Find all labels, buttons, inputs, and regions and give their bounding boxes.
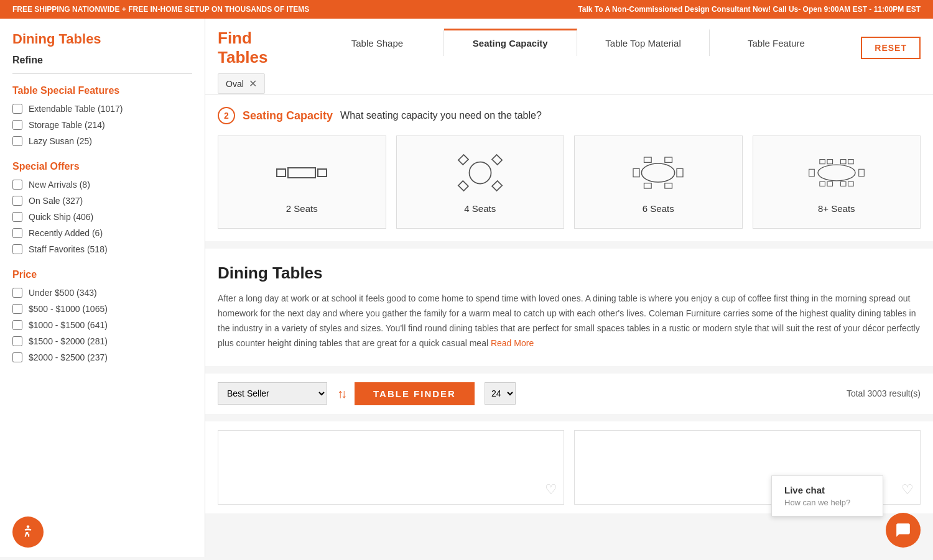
read-more-link[interactable]: Read More [491, 338, 534, 348]
seating-card-6[interactable]: 6 Seats [574, 135, 743, 229]
storage-label: Storage Table (214) [29, 120, 105, 130]
svg-rect-22 [840, 181, 846, 186]
under-500-checkbox[interactable] [12, 288, 22, 298]
find-tables-title: Find Tables [218, 29, 292, 67]
list-item[interactable]: On Sale (327) [12, 196, 192, 206]
list-item[interactable]: $1000 - $1500 (641) [12, 320, 192, 330]
list-item[interactable]: Quick Ship (406) [12, 212, 192, 222]
sidebar-title: Dining Tables [12, 31, 192, 47]
remove-oval-icon[interactable]: ✕ [249, 78, 257, 90]
tab-table-shape[interactable]: Table Shape [311, 29, 444, 56]
oval-filter-pill[interactable]: Oval ✕ [218, 73, 265, 94]
storage-checkbox[interactable] [12, 120, 22, 130]
seating-question: What seating capacity you need on the ta… [340, 110, 542, 121]
staff-favorites-checkbox[interactable] [12, 244, 22, 254]
accessibility-button[interactable] [12, 516, 44, 548]
svg-rect-12 [665, 183, 672, 188]
special-features-section: Table Special Features Extendable Table … [12, 85, 192, 146]
product-card-1[interactable]: ♡ [218, 430, 564, 505]
description-heading: Dining Tables [218, 264, 921, 283]
staff-favorites-label: Staff Favorites (518) [29, 244, 108, 254]
extendable-checkbox[interactable] [12, 104, 22, 114]
svg-rect-20 [820, 181, 825, 186]
lazy-susan-checkbox[interactable] [12, 136, 22, 146]
tab-table-feature[interactable]: Table Feature [710, 29, 842, 56]
svg-point-3 [469, 162, 491, 183]
tab-seating-capacity[interactable]: Seating Capacity [444, 29, 577, 56]
eight-seats-icon [805, 151, 868, 195]
svg-rect-2 [318, 169, 327, 177]
svg-rect-18 [840, 159, 846, 163]
svg-rect-5 [492, 155, 502, 165]
list-item[interactable]: Staff Favorites (518) [12, 244, 192, 254]
under-500-label: Under $500 (343) [29, 288, 97, 298]
sort-select[interactable]: Best Seller Price: Low to High Price: Hi… [218, 382, 327, 405]
product-toolbar: Best Seller Price: Low to High Price: Hi… [205, 374, 933, 414]
svg-rect-1 [277, 169, 285, 177]
top-banner: FREE SHIPPING NATIONWIDE + FREE IN-HOME … [0, 0, 933, 19]
quick-ship-checkbox[interactable] [12, 212, 22, 222]
svg-rect-9 [644, 157, 652, 162]
svg-rect-19 [848, 159, 853, 163]
2000-2500-checkbox[interactable] [12, 352, 22, 362]
lazy-susan-label: Lazy Susan (25) [29, 136, 92, 146]
svg-rect-14 [677, 168, 683, 177]
wishlist-icon-2[interactable]: ♡ [901, 482, 914, 498]
new-arrivals-checkbox[interactable] [12, 180, 22, 190]
seating-header: 2 Seating Capacity What seating capacity… [218, 107, 921, 124]
500-1000-checkbox[interactable] [12, 304, 22, 314]
seating-card-4[interactable]: 4 Seats [396, 135, 565, 229]
svg-rect-11 [644, 183, 652, 188]
quick-ship-label: Quick Ship (406) [29, 212, 93, 222]
svg-point-15 [818, 165, 855, 181]
live-chat-subtitle: How can we help? [784, 498, 870, 507]
chat-icon [895, 522, 911, 538]
list-item[interactable]: Under $500 (343) [12, 288, 192, 298]
seating-card-8plus[interactable]: 8+ Seats [753, 135, 921, 229]
list-item[interactable]: Recently Added (6) [12, 228, 192, 238]
sidebar: Dining Tables Refine Table Special Featu… [0, 19, 205, 557]
svg-rect-16 [820, 159, 825, 163]
wishlist-icon-1[interactable]: ♡ [545, 482, 557, 498]
1000-1500-label: $1000 - $1500 (641) [29, 320, 108, 330]
2seats-label: 2 Seats [286, 203, 318, 214]
1000-1500-checkbox[interactable] [12, 320, 22, 330]
sort-arrows-icon[interactable]: ↑↓ [337, 387, 345, 401]
svg-rect-17 [827, 159, 833, 163]
reset-button[interactable]: RESET [861, 37, 921, 59]
svg-rect-24 [809, 169, 814, 176]
per-page-select[interactable]: 24 48 96 [485, 382, 516, 405]
svg-rect-10 [665, 157, 672, 162]
svg-rect-13 [633, 168, 639, 177]
list-item[interactable]: $2000 - $2500 (237) [12, 352, 192, 362]
extendable-label: Extendable Table (1017) [29, 104, 123, 114]
svg-rect-0 [288, 168, 315, 178]
svg-rect-7 [492, 181, 502, 191]
total-results: Total 3003 result(s) [847, 388, 921, 398]
description-body: After a long day at work or at school it… [218, 291, 921, 351]
on-sale-checkbox[interactable] [12, 196, 22, 206]
list-item[interactable]: $1500 - $2000 (281) [12, 336, 192, 346]
recently-added-checkbox[interactable] [12, 228, 22, 238]
special-features-title: Table Special Features [12, 85, 192, 96]
500-1000-label: $500 - $1000 (1065) [29, 304, 108, 314]
two-seats-icon [271, 151, 333, 195]
2000-2500-label: $2000 - $2500 (237) [29, 352, 108, 362]
live-chat-title: Live chat [784, 485, 870, 495]
table-finder-button[interactable]: TABLE FINDER [355, 382, 475, 405]
list-item[interactable]: Lazy Susan (25) [12, 136, 192, 146]
list-item[interactable]: $500 - $1000 (1065) [12, 304, 192, 314]
tab-table-top-material[interactable]: Table Top Material [577, 29, 710, 56]
list-item[interactable]: Storage Table (214) [12, 120, 192, 130]
6seats-label: 6 Seats [643, 203, 674, 214]
seating-card-2[interactable]: 2 Seats [218, 135, 386, 229]
finder-header: Find Tables Table Shape Seating Capacity… [205, 19, 933, 94]
svg-rect-4 [458, 155, 468, 165]
finder-tabs: Table Shape Seating Capacity Table Top M… [311, 29, 842, 56]
filter-pills: Oval ✕ [218, 67, 921, 94]
svg-point-8 [642, 163, 675, 182]
list-item[interactable]: New Arrivals (8) [12, 180, 192, 190]
list-item[interactable]: Extendable Table (1017) [12, 104, 192, 114]
1500-2000-checkbox[interactable] [12, 336, 22, 346]
chat-button[interactable] [886, 513, 921, 548]
